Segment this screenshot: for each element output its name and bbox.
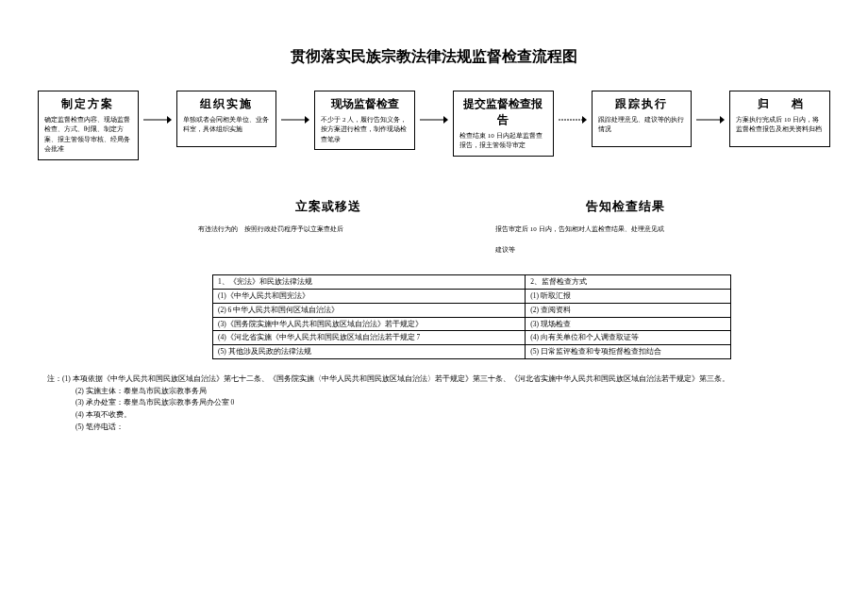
flow-box-4: 提交监督检查报告 检查结束 10 日内起草监督查报告，报主管领导审定 bbox=[453, 91, 554, 157]
notes-line-1: (1) 本项依据《中华人民共和国民族区域自治法》第七十二条、《国务院实施〈中华人… bbox=[62, 374, 729, 383]
sub-right-title: 告知检查结果 bbox=[476, 198, 774, 215]
table-cell: (1) 听取汇报 bbox=[526, 290, 731, 304]
flow-box-6: 归 档 方案执行完成后 10 日内，将监督检查报告及相关资料归档 bbox=[729, 91, 830, 147]
notes-line-5: (5) 笔停电话： bbox=[47, 422, 830, 434]
notes: 注：(1) 本项依据《中华人民共和国民族区域自治法》第七十二条、《国务院实施〈中… bbox=[47, 373, 830, 434]
flow-box-2: 组织实施 单独或者会同相关单位、业务科室，具体组织实施 bbox=[176, 91, 277, 147]
notes-head: 注： bbox=[47, 374, 62, 383]
table-row: (4)《河北省实施《中华人民共和国民族区域自治法若干规定 7(4) 向有关单位和… bbox=[213, 331, 731, 345]
sub-col-right: 告知检查结果 报告审定后 10 日内，告知相对人监检查结果、处理意见或 建议等 bbox=[476, 198, 774, 257]
table-cell: (5) 其他涉及民政的法律法规 bbox=[213, 345, 526, 359]
flow-box-1: 制定方案 确定监督检查内容、现场监督检查、方式、时限、制定方案、报主管领导审核、… bbox=[38, 91, 139, 160]
arrow-icon bbox=[143, 91, 172, 125]
table-wrap: 1、《宪法》和民族法律法规2、监督检查方式 (1)《中华人民共和国宪法》(1) … bbox=[212, 274, 731, 359]
svg-marker-7 bbox=[582, 116, 587, 124]
table-cell: (4) 向有关单位和个人调查取证等 bbox=[526, 331, 731, 345]
flow-box-4-title: 提交监督检查报告 bbox=[459, 96, 547, 128]
table-row: 1、《宪法》和民族法律法规2、监督检查方式 bbox=[213, 275, 731, 290]
table-cell: (1)《中华人民共和国宪法》 bbox=[213, 290, 526, 304]
page-title: 贯彻落实民族宗教法律法规监督检查流程图 bbox=[38, 47, 830, 67]
sub-left-body: 有违法行为的 按照行政处罚程序予以立案查处后 bbox=[179, 224, 476, 235]
flow-row: 制定方案 确定监督检查内容、现场监督检查、方式、时限、制定方案、报主管领导审核、… bbox=[38, 91, 830, 160]
flow-box-3: 现场监督检查 不少于 2 人，履行告知义务，按方案进行检查，制作现场检查笔录 bbox=[314, 91, 415, 150]
svg-marker-9 bbox=[720, 116, 725, 124]
notes-line-3: (3) 承办处室：泰皇岛市民族宗教事务局办公室 0 bbox=[47, 397, 830, 409]
svg-marker-5 bbox=[443, 116, 448, 124]
flow-box-5: 跟踪执行 跟踪处理意见、建议等的执行情况 bbox=[592, 91, 693, 147]
sub-row: 立案或移送 有违法行为的 按照行政处罚程序予以立案查处后 告知检查结果 报告审定… bbox=[179, 198, 774, 257]
table-cell: (2) 6 中华人民共和国何区域自治法》 bbox=[213, 303, 526, 317]
table-cell: 1、《宪法》和民族法律法规 bbox=[213, 275, 526, 290]
table-row: (2) 6 中华人民共和国何区域自治法》(2) 查阅资料 bbox=[213, 303, 731, 317]
flow-box-2-title: 组织实施 bbox=[183, 96, 271, 112]
reference-table: 1、《宪法》和民族法律法规2、监督检查方式 (1)《中华人民共和国宪法》(1) … bbox=[212, 274, 731, 359]
notes-line-4: (4) 本项不收费。 bbox=[47, 409, 830, 422]
svg-marker-1 bbox=[167, 116, 172, 124]
sub-col-left: 立案或移送 有违法行为的 按照行政处罚程序予以立案查处后 bbox=[179, 198, 476, 257]
table-row: (3)《国务院实施中华人民共和国民族区域自治法》若干规定》(3) 现场检查 bbox=[213, 317, 731, 331]
flow-box-6-body: 方案执行完成后 10 日内，将监督检查报告及相关资料归档 bbox=[736, 115, 824, 135]
flow-box-6-title: 归 档 bbox=[736, 96, 824, 112]
notes-line-2: (2) 实施主体：泰皇岛市民族宗教事务局 bbox=[47, 386, 830, 398]
table-cell: (2) 查阅资料 bbox=[526, 303, 731, 317]
arrow-icon bbox=[559, 91, 587, 125]
sub-right-body: 报告审定后 10 日内，告知相对人监检查结果、处理意见或 建议等 bbox=[476, 224, 774, 257]
sub-left-title: 立案或移送 bbox=[179, 198, 476, 215]
flow-box-3-title: 现场监督检查 bbox=[321, 96, 409, 112]
arrow-icon bbox=[420, 91, 448, 125]
flow-box-4-body: 检查结束 10 日内起草监督查报告，报主管领导审定 bbox=[459, 131, 547, 151]
table-row: (1)《中华人民共和国宪法》(1) 听取汇报 bbox=[213, 290, 731, 304]
arrow-icon bbox=[281, 91, 309, 125]
flow-box-1-body: 确定监督检查内容、现场监督检查、方式、时限、制定方案、报主管领导审核、经局务会批… bbox=[44, 115, 132, 155]
flow-box-5-title: 跟踪执行 bbox=[598, 96, 686, 112]
flow-box-5-body: 跟踪处理意见、建议等的执行情况 bbox=[598, 115, 686, 135]
table-cell: (4)《河北省实施《中华人民共和国民族区域自治法若干规定 7 bbox=[213, 331, 526, 345]
table-cell: (3) 现场检查 bbox=[526, 317, 731, 331]
svg-marker-3 bbox=[305, 116, 309, 124]
table-cell: (3)《国务院实施中华人民共和国民族区域自治法》若干规定》 bbox=[213, 317, 526, 331]
arrow-icon bbox=[696, 91, 725, 125]
flow-box-2-body: 单独或者会同相关单位、业务科室，具体组织实施 bbox=[183, 115, 271, 135]
table-row: (5) 其他涉及民政的法律法规(5) 日常监评检查和专项拒督检查扣结合 bbox=[213, 345, 731, 359]
table-cell: (5) 日常监评检查和专项拒督检查扣结合 bbox=[526, 345, 731, 359]
table-cell: 2、监督检查方式 bbox=[526, 275, 731, 290]
flow-box-3-body: 不少于 2 人，履行告知义务，按方案进行检查，制作现场检查笔录 bbox=[321, 115, 409, 145]
flow-box-1-title: 制定方案 bbox=[44, 96, 132, 112]
